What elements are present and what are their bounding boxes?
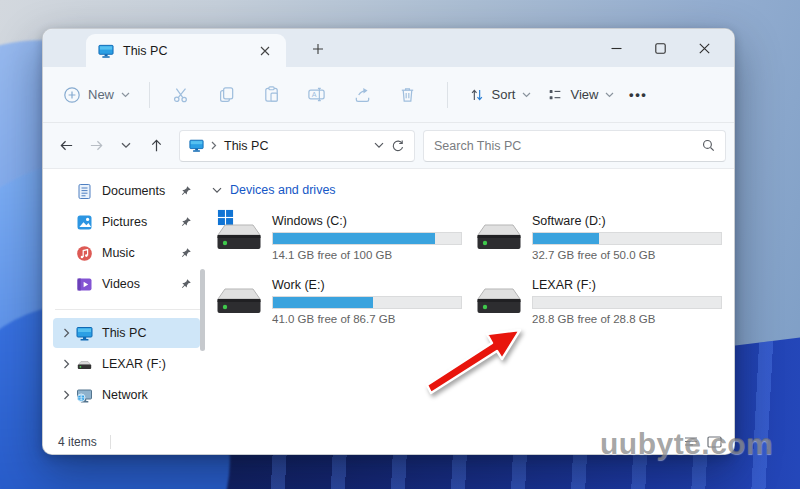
share-button[interactable] <box>343 78 380 112</box>
sidebar-item-pictures[interactable]: Pictures <box>53 207 200 237</box>
search-box[interactable] <box>423 130 726 162</box>
plus-icon <box>312 43 324 55</box>
sidebar-item-videos[interactable]: Videos <box>53 269 200 299</box>
thumbnail-view-icon[interactable] <box>707 436 722 448</box>
drive-tile-work-e[interactable]: Work (E:) 41.0 GB free of 86.7 GB <box>216 273 476 329</box>
sidebar-scrollbar[interactable] <box>200 269 205 351</box>
drive-usage-bar <box>532 232 722 245</box>
tab-strip: This PC <box>43 29 734 67</box>
drive-usage-fill <box>533 233 599 244</box>
chevron-down-icon[interactable] <box>212 187 222 194</box>
sort-button-label: Sort <box>492 87 516 102</box>
search-icon <box>702 139 715 152</box>
chevron-down-icon <box>522 92 531 98</box>
details-view-icon[interactable] <box>684 436 698 448</box>
drive-tile-software-d[interactable]: Software (D:) 32.7 GB free of 50.0 GB <box>476 209 736 265</box>
drive-icon <box>476 209 522 259</box>
rename-button[interactable]: A <box>298 78 335 112</box>
videos-icon <box>76 276 93 293</box>
window-body: Documents Pictures <box>43 169 734 429</box>
pin-icon <box>180 185 192 197</box>
network-icon <box>76 387 93 404</box>
drive-name: Software (D:) <box>532 214 722 228</box>
breadcrumb[interactable]: This PC <box>224 139 268 153</box>
delete-button[interactable] <box>389 78 426 112</box>
sidebar-item-documents[interactable]: Documents <box>53 176 200 206</box>
hard-drive-icon <box>476 287 522 317</box>
drive-tile-lexar-f[interactable]: LEXAR (F:) 28.8 GB free of 28.8 GB <box>476 273 736 329</box>
tab-close-button[interactable] <box>254 40 276 62</box>
pin-icon <box>180 216 192 228</box>
minimize-icon <box>611 43 622 54</box>
arrow-right-icon <box>89 138 104 153</box>
sort-button[interactable]: Sort <box>461 83 540 107</box>
sidebar-item-label: Documents <box>102 184 165 198</box>
sidebar-item-network[interactable]: Network <box>53 380 200 410</box>
arrow-up-icon <box>149 138 164 153</box>
devices-and-drives-header[interactable]: Devices and drives <box>212 183 736 197</box>
trash-icon <box>398 85 417 104</box>
copy-button[interactable] <box>208 78 245 112</box>
drive-name: Windows (C:) <box>272 214 462 228</box>
recent-locations-button[interactable] <box>111 131 141 161</box>
maximize-icon <box>655 43 666 54</box>
cut-button[interactable] <box>163 78 200 112</box>
drive-free-space: 14.1 GB free of 100 GB <box>272 249 462 261</box>
section-header-label: Devices and drives <box>230 183 336 197</box>
hard-drive-icon <box>216 223 262 253</box>
chevron-down-icon <box>121 142 131 149</box>
chevron-right-icon[interactable] <box>63 390 70 400</box>
sidebar-item-this-pc[interactable]: This PC <box>53 318 200 348</box>
paste-icon <box>262 85 281 104</box>
sidebar-item-label: LEXAR (F:) <box>102 357 166 371</box>
drive-tile-windows-c[interactable]: Windows (C:) 14.1 GB free of 100 GB <box>216 209 476 265</box>
new-tab-button[interactable] <box>305 36 331 62</box>
view-button[interactable]: View <box>539 83 622 107</box>
drive-usage-bar <box>272 232 462 245</box>
chevron-down-icon[interactable] <box>374 142 384 149</box>
tab-this-pc[interactable]: This PC <box>86 34 286 67</box>
sidebar-item-label: Music <box>102 246 135 260</box>
sidebar-item-lexar[interactable]: LEXAR (F:) <box>53 349 200 379</box>
drive-icon <box>216 273 262 323</box>
svg-text:A: A <box>312 91 317 99</box>
this-pc-icon <box>98 43 114 59</box>
chevron-right-icon[interactable] <box>63 328 70 338</box>
this-pc-icon <box>189 138 204 153</box>
documents-icon <box>76 183 93 200</box>
toolbar-divider <box>149 82 150 108</box>
window-controls <box>594 29 726 67</box>
desktop: This PC <box>0 0 800 489</box>
new-button-label: New <box>88 87 114 102</box>
paste-button[interactable] <box>253 78 290 112</box>
sidebar-item-label: This PC <box>102 326 146 340</box>
sidebar-item-label: Network <box>102 388 148 402</box>
maximize-button[interactable] <box>638 29 682 67</box>
new-button[interactable]: New <box>57 82 136 108</box>
drive-free-space: 41.0 GB free of 86.7 GB <box>272 313 462 325</box>
sidebar-item-music[interactable]: Music <box>53 238 200 268</box>
copy-icon <box>217 85 236 104</box>
close-icon <box>699 43 710 54</box>
chevron-right-icon[interactable] <box>63 359 70 369</box>
forward-button[interactable] <box>81 131 111 161</box>
items-count: 4 items <box>58 435 97 449</box>
sort-icon <box>469 87 485 103</box>
circle-plus-icon <box>63 86 81 104</box>
refresh-icon[interactable] <box>391 139 405 153</box>
pin-icon <box>180 247 192 259</box>
status-bar: 4 items <box>43 429 734 454</box>
drive-icon <box>216 209 262 259</box>
sidebar-item-label: Pictures <box>102 215 147 229</box>
back-button[interactable] <box>51 131 81 161</box>
minimize-button[interactable] <box>594 29 638 67</box>
address-bar[interactable]: This PC <box>179 130 415 162</box>
drive-usage-bar <box>272 296 462 309</box>
cut-icon <box>172 85 191 104</box>
more-options-button[interactable]: ••• <box>622 80 654 110</box>
close-button[interactable] <box>682 29 726 67</box>
search-input[interactable] <box>434 139 702 153</box>
up-button[interactable] <box>141 131 171 161</box>
rename-icon: A <box>307 85 326 104</box>
pictures-icon <box>76 214 93 231</box>
